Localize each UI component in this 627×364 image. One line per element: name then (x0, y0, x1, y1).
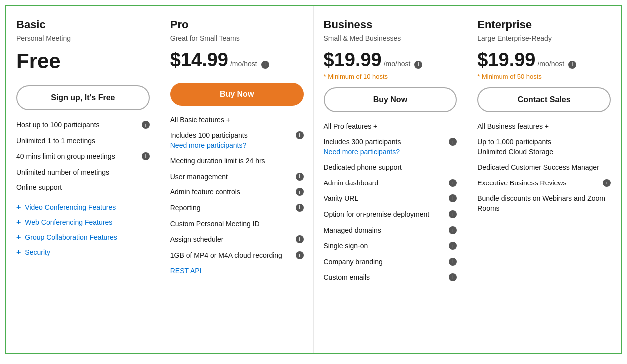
plus-icon: + (16, 233, 21, 242)
expand-label: Group Collaboration Features (25, 233, 117, 241)
feature-text: Includes 100 participants (170, 131, 292, 141)
plan-basic-cta-button[interactable]: Sign up, It's Free (16, 85, 150, 110)
feature-item: Single sign-on i (324, 241, 457, 251)
plan-pro-subtitle: Great for Small Teams (170, 34, 304, 42)
info-icon[interactable]: i (296, 188, 304, 196)
feature-text: Dedicated phone support (324, 163, 457, 173)
feature-text: Unlimited 1 to 1 meetings (16, 136, 150, 146)
feature-text: Custom Personal Meeting ID (170, 219, 304, 229)
feature-text: 40 mins limit on group meetings (16, 152, 138, 162)
plan-enterprise-cta-button[interactable]: Contact Sales (477, 87, 611, 112)
feature-text: Host up to 100 participants (16, 120, 138, 130)
feature-text: Managed domains (324, 226, 445, 236)
info-icon[interactable]: i (142, 152, 150, 160)
plan-enterprise-price-row: $19.99 /mo/host i (477, 49, 611, 71)
plan-pro-price-main: $14.99 (170, 49, 228, 71)
info-icon[interactable]: i (296, 204, 304, 212)
feature-item: Dedicated Customer Success Manager (477, 163, 611, 173)
feature-item: Assign scheduler i (170, 235, 304, 245)
business-features-header: All Pro features + (324, 122, 457, 130)
feature-text: Includes 300 participants (324, 137, 445, 147)
plan-enterprise-minimum: * Minimum of 50 hosts (477, 73, 611, 80)
info-icon[interactable]: i (449, 138, 457, 146)
feature-item: Vanity URL i (324, 194, 457, 204)
feature-text: Company branding (324, 257, 445, 267)
info-icon[interactable]: i (449, 242, 457, 250)
info-icon[interactable]: i (261, 61, 269, 69)
feature-item: Custom emails i (324, 273, 457, 283)
pricing-table: Basic Personal Meeting Free Sign up, It'… (5, 5, 622, 354)
plan-business-cta-button[interactable]: Buy Now (324, 87, 457, 112)
feature-text: Reporting (170, 203, 292, 213)
plan-enterprise-subtitle: Large Enterprise-Ready (477, 34, 611, 42)
feature-text: Up to 1,000 participants Unlimited Cloud… (477, 137, 611, 157)
info-icon[interactable]: i (449, 179, 457, 187)
info-icon[interactable]: i (142, 121, 150, 129)
feature-item: Company branding i (324, 257, 457, 267)
feature-item: Option for on-premise deployment i (324, 210, 457, 220)
feature-text: Unlimited number of meetings (16, 168, 150, 178)
info-icon[interactable]: i (449, 194, 457, 202)
feature-subtext[interactable]: Need more participants? (324, 147, 445, 157)
feature-text: Vanity URL (324, 194, 445, 204)
feature-text: Admin feature controls (170, 187, 292, 197)
expand-group-collaboration[interactable]: + Group Collaboration Features (16, 233, 150, 242)
plan-basic-subtitle: Personal Meeting (16, 34, 150, 42)
info-icon[interactable]: i (449, 226, 457, 234)
plan-business-subtitle: Small & Med Businesses (324, 34, 457, 42)
feature-text: Meeting duration limit is 24 hrs (170, 156, 304, 166)
plan-enterprise-price-suffix: /mo/host (537, 60, 564, 68)
info-icon[interactable]: i (296, 251, 304, 259)
plan-business-name: Business (324, 18, 457, 31)
feature-item: Includes 300 participants Need more part… (324, 137, 457, 157)
expand-web-conferencing[interactable]: + Web Conferencing Features (16, 218, 150, 227)
plan-enterprise: Enterprise Large Enterprise-Ready $19.99… (467, 6, 621, 353)
feature-text: Executive Business Reviews (477, 179, 599, 188)
feature-text: 1GB of MP4 or M4A cloud recording (170, 251, 292, 261)
feature-text: Bundle discounts on Webinars and Zoom Ro… (477, 194, 611, 213)
feature-item: User management i (170, 172, 304, 182)
feature-item: Unlimited 1 to 1 meetings (16, 136, 150, 146)
feature-item: Meeting duration limit is 24 hrs (170, 156, 304, 166)
plan-pro-name: Pro (170, 18, 304, 31)
feature-item: Admin dashboard i (324, 179, 457, 188)
expand-video-conferencing[interactable]: + Video Conferencing Features (16, 203, 150, 212)
feature-text[interactable]: REST API (170, 266, 304, 276)
feature-item: Custom Personal Meeting ID (170, 219, 304, 229)
expand-label: Security (25, 248, 50, 256)
info-icon[interactable]: i (449, 258, 457, 266)
feature-item: Managed domains i (324, 226, 457, 236)
plan-pro-price-suffix: /mo/host (230, 60, 257, 68)
feature-item: Online support (16, 183, 150, 193)
feature-item: Reporting i (170, 203, 304, 213)
feature-text: Dedicated Customer Success Manager (477, 163, 611, 173)
feature-text: Admin dashboard (324, 179, 445, 188)
info-icon[interactable]: i (449, 210, 457, 218)
enterprise-features-header: All Business features + (477, 122, 611, 130)
plan-business-minimum: * Minimum of 10 hosts (324, 73, 457, 80)
plan-business-price-row: $19.99 /mo/host i (324, 49, 457, 71)
plan-enterprise-name: Enterprise (477, 18, 611, 31)
plan-basic: Basic Personal Meeting Free Sign up, It'… (6, 6, 160, 353)
expand-security[interactable]: + Security (16, 248, 150, 257)
info-icon[interactable]: i (296, 173, 304, 181)
feature-text: Custom emails (324, 273, 445, 283)
feature-text: Assign scheduler (170, 235, 292, 245)
plan-business: Business Small & Med Businesses $19.99 /… (314, 6, 468, 353)
feature-item: 1GB of MP4 or M4A cloud recording i (170, 251, 304, 261)
feature-subtext[interactable]: Need more participants? (170, 141, 292, 151)
info-icon[interactable]: i (296, 131, 304, 139)
info-icon[interactable]: i (296, 235, 304, 243)
plan-pro-cta-button[interactable]: Buy Now (170, 83, 304, 106)
plan-business-price-main: $19.99 (324, 49, 382, 71)
info-icon[interactable]: i (603, 179, 611, 187)
feature-text: Single sign-on (324, 241, 445, 251)
plan-pro: Pro Great for Small Teams $14.99 /mo/hos… (160, 6, 314, 353)
feature-item: Executive Business Reviews i (477, 179, 611, 188)
plus-icon: + (16, 248, 21, 257)
feature-item: REST API (170, 266, 304, 276)
info-icon[interactable]: i (414, 61, 422, 69)
info-icon[interactable]: i (449, 273, 457, 281)
info-icon[interactable]: i (568, 61, 576, 69)
feature-item: Dedicated phone support (324, 163, 457, 173)
